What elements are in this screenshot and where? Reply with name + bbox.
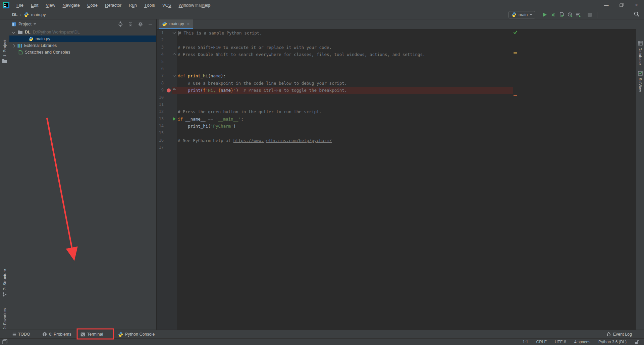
- code-line-12[interactable]: 12# Press the green button in the gutter…: [157, 108, 636, 115]
- gutter[interactable]: 11: [157, 101, 172, 108]
- code-text[interactable]: print(f'Hi, {name}') # Press Ctrl+F8 to …: [177, 87, 347, 94]
- tool-window-button-6--problems[interactable]: 6: Problems: [42, 330, 71, 339]
- gutter[interactable]: 5: [157, 58, 172, 65]
- fold-column[interactable]: [172, 144, 177, 151]
- code-text[interactable]: print_hi('PyCharm'): [177, 123, 236, 130]
- code-line-10[interactable]: 10: [157, 94, 636, 101]
- tree-item-main-py[interactable]: main.py: [9, 36, 156, 42]
- fold-column[interactable]: [172, 37, 177, 44]
- status-item-0[interactable]: 1:1: [523, 340, 528, 344]
- chevron-down-icon[interactable]: [12, 30, 15, 33]
- stripe-mark[interactable]: [514, 95, 517, 96]
- fold-marker-icon[interactable]: [173, 74, 176, 77]
- gutter[interactable]: 4: [157, 51, 172, 58]
- stripe-button-sciview[interactable]: SciView: [636, 71, 644, 92]
- gutter[interactable]: 7: [157, 72, 172, 79]
- inspections-ok-icon[interactable]: [513, 30, 518, 34]
- gutter[interactable]: 6: [157, 65, 172, 72]
- menu-refactor[interactable]: Refactor: [101, 0, 125, 10]
- stripe-mark[interactable]: [514, 52, 517, 54]
- locate-icon[interactable]: [118, 21, 123, 27]
- gutter[interactable]: 15: [157, 130, 172, 137]
- status-item-4[interactable]: Python 3.6 (DL): [598, 340, 627, 344]
- fold-column[interactable]: [172, 51, 177, 58]
- fold-column[interactable]: [172, 101, 177, 108]
- code-text[interactable]: [177, 130, 178, 137]
- stop-button[interactable]: [585, 11, 594, 18]
- chevron-down-icon[interactable]: [34, 23, 36, 25]
- fold-column[interactable]: [172, 44, 177, 51]
- menu-view[interactable]: View: [42, 0, 59, 10]
- gutter[interactable]: 10: [157, 94, 172, 101]
- code-line-8[interactable]: 8 # Use a breakpoint in the code line be…: [157, 80, 636, 87]
- code-line-13[interactable]: 13if __name__ == '__main__':: [157, 116, 636, 123]
- stripe-button-database[interactable]: Database: [636, 41, 644, 65]
- code-line-5[interactable]: 5: [157, 58, 636, 65]
- gutter[interactable]: 17: [157, 144, 172, 151]
- code-text[interactable]: # Press the green button in the gutter t…: [177, 108, 322, 115]
- fold-column[interactable]: [172, 80, 177, 87]
- fold-column[interactable]: [172, 65, 177, 72]
- gutter[interactable]: 8: [157, 80, 172, 87]
- project-panel-title[interactable]: Project: [18, 22, 32, 26]
- code-text[interactable]: [177, 37, 178, 44]
- hide-icon[interactable]: [148, 22, 152, 26]
- fold-column[interactable]: [172, 94, 177, 101]
- tree-item-scratches-and-consoles[interactable]: Scratches and Consoles: [9, 49, 156, 56]
- fold-column[interactable]: [172, 58, 177, 65]
- code-text[interactable]: [177, 101, 178, 108]
- stripe-button----structure[interactable]: 7: Structure: [0, 269, 9, 297]
- menu-vcs[interactable]: VCS: [159, 0, 175, 10]
- menu-file[interactable]: File: [13, 0, 27, 10]
- gutter[interactable]: 3: [157, 44, 172, 51]
- code-editor[interactable]: 1# This is a sample Python script.23# Pr…: [157, 29, 636, 330]
- menu-tools[interactable]: Tools: [141, 0, 159, 10]
- fold-marker-icon[interactable]: [173, 31, 176, 34]
- tree-item-external-libraries[interactable]: External Libraries: [9, 42, 156, 49]
- profile-button[interactable]: [566, 11, 574, 18]
- code-text[interactable]: # Use a breakpoint in the code line belo…: [177, 80, 347, 87]
- tool-window-button-todo[interactable]: TODO: [11, 330, 30, 339]
- run-coverage-button[interactable]: [557, 11, 566, 18]
- code-text[interactable]: def print_hi(name):: [177, 72, 226, 79]
- tab-main-py[interactable]: main.py ×: [159, 19, 193, 29]
- run-line-icon[interactable]: [173, 117, 176, 121]
- tool-window-button-terminal[interactable]: Terminal: [80, 330, 103, 339]
- editor-empty-space[interactable]: [157, 151, 636, 330]
- fold-column[interactable]: [172, 87, 177, 94]
- run-tasks-button[interactable]: [574, 11, 583, 18]
- code-line-7[interactable]: 7def print_hi(name):: [157, 72, 636, 79]
- code-text[interactable]: # Press Shift+F10 to execute it or repla…: [177, 44, 332, 51]
- search-everywhere-icon[interactable]: [634, 11, 639, 17]
- status-item-2[interactable]: UTF-8: [555, 340, 566, 344]
- fold-column[interactable]: [172, 130, 177, 137]
- writable-lock-icon[interactable]: [635, 340, 639, 344]
- code-text[interactable]: # This is a sample Python script.: [177, 29, 262, 37]
- gutter[interactable]: 9: [157, 87, 172, 94]
- code-line-6[interactable]: 6: [157, 65, 636, 72]
- restore-button[interactable]: [614, 0, 629, 10]
- code-text[interactable]: [177, 65, 178, 72]
- collapse-all-icon[interactable]: [128, 22, 133, 26]
- gutter[interactable]: 14: [157, 123, 172, 130]
- code-line-4[interactable]: 4# Press Double Shift to search everywhe…: [157, 51, 636, 58]
- status-item-3[interactable]: 4 spaces: [574, 340, 590, 344]
- fold-column[interactable]: [172, 108, 177, 115]
- fold-column[interactable]: [172, 123, 177, 130]
- event-log-button[interactable]: Event Log: [606, 330, 632, 339]
- gutter[interactable]: 12: [157, 108, 172, 115]
- stripe-button----project[interactable]: 1: Project: [0, 40, 9, 63]
- code-line-9[interactable]: 9 print(f'Hi, {name}') # Press Ctrl+F8 t…: [157, 87, 636, 94]
- fold-column[interactable]: [172, 29, 177, 37]
- code-line-3[interactable]: 3# Press Shift+F10 to execute it or repl…: [157, 44, 636, 51]
- status-item-1[interactable]: CRLF: [536, 340, 547, 344]
- code-text[interactable]: if __name__ == '__main__':: [177, 116, 244, 123]
- fold-marker-icon[interactable]: [173, 53, 176, 57]
- code-line-16[interactable]: 16# See PyCharm help at https://www.jetb…: [157, 137, 636, 144]
- gutter[interactable]: 13: [157, 116, 172, 123]
- debug-button[interactable]: [549, 11, 557, 18]
- code-line-17[interactable]: 17: [157, 144, 636, 151]
- gutter[interactable]: 16: [157, 137, 172, 144]
- fold-column[interactable]: [172, 116, 177, 123]
- menu-edit[interactable]: Edit: [27, 0, 42, 10]
